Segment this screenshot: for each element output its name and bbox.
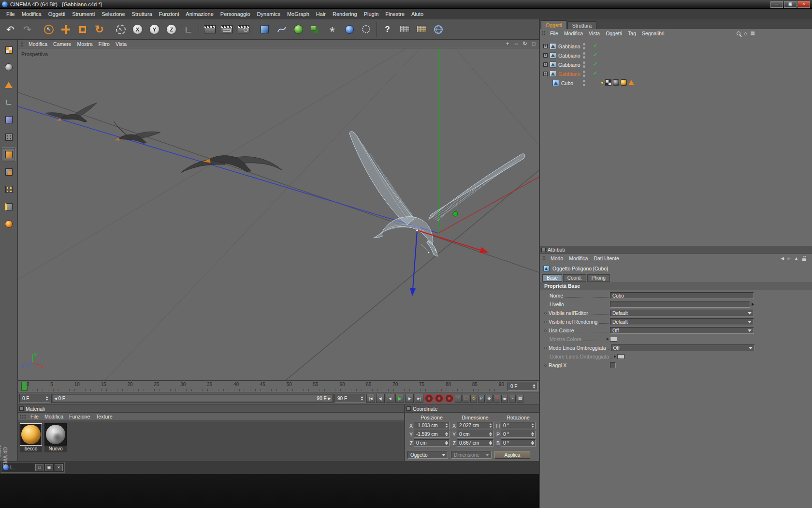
- menu-modifica[interactable]: Modifica: [18, 10, 45, 18]
- object-row-gabbiano-4[interactable]: Gabbiano: [540, 69, 812, 78]
- autokey-button[interactable]: [493, 395, 500, 403]
- rot-b-field[interactable]: 0 °: [501, 439, 536, 447]
- restore-icon[interactable]: [45, 464, 53, 471]
- redo-button[interactable]: [19, 21, 35, 38]
- menu-hair[interactable]: Hair: [313, 10, 329, 18]
- tab-coord[interactable]: Coord.: [563, 274, 586, 282]
- dim-z-field[interactable]: 0.667 cm: [457, 439, 493, 447]
- object-row-cubo[interactable]: Cubo: [540, 78, 812, 88]
- texture-tag-gold-icon[interactable]: [621, 79, 627, 86]
- expand-icon[interactable]: [543, 53, 548, 58]
- om-menu-modifica[interactable]: Modifica: [561, 30, 586, 37]
- materials-menu-texture[interactable]: Texture: [93, 413, 115, 420]
- lock-z-button[interactable]: Z: [163, 21, 179, 38]
- material-name[interactable]: Nuovo: [44, 446, 67, 452]
- enabled-check-icon[interactable]: [593, 43, 597, 48]
- record-rotation-button[interactable]: [445, 394, 454, 403]
- material-item-nuovo[interactable]: Nuovo: [44, 423, 67, 461]
- selection-tag-icon[interactable]: [601, 81, 604, 84]
- materials-header[interactable]: Materiali: [18, 405, 404, 413]
- visibility-dots[interactable]: [583, 52, 585, 59]
- menu-finestre[interactable]: Finestre: [382, 10, 408, 18]
- key-rotation-button[interactable]: [470, 395, 477, 403]
- add-generator-button[interactable]: [290, 21, 306, 38]
- previous-frame-button[interactable]: [386, 394, 394, 403]
- polygons-mode-button[interactable]: [2, 148, 15, 161]
- panel-grip[interactable]: [20, 415, 27, 419]
- filter-icon[interactable]: [751, 31, 755, 36]
- start-frame-field[interactable]: 0 F: [19, 394, 50, 403]
- attributes-header[interactable]: Attributi: [540, 246, 812, 254]
- menu-aiuto[interactable]: Aiuto: [408, 10, 427, 18]
- record-keyframe-button[interactable]: [424, 394, 434, 403]
- render-settings-button[interactable]: [235, 21, 251, 38]
- render-picture-viewer-button[interactable]: [218, 21, 234, 38]
- keyframe-selection-button[interactable]: [501, 395, 508, 403]
- om-menu-tag[interactable]: Tag: [625, 30, 639, 37]
- gull-shaded-2[interactable]: [114, 119, 161, 145]
- visibility-dots[interactable]: [583, 80, 585, 86]
- apply-button[interactable]: Applica: [494, 451, 530, 459]
- minimized-panel-bar[interactable]: I...: [1, 462, 65, 473]
- lock-x-button[interactable]: X: [130, 21, 145, 38]
- enable-axis-button[interactable]: [2, 217, 15, 231]
- material-item-becco[interactable]: becco: [20, 423, 42, 461]
- polygon-face-mode-button[interactable]: [2, 165, 15, 179]
- panel-grip[interactable]: [542, 255, 546, 261]
- add-primitive-button[interactable]: [257, 21, 273, 38]
- panel-grip[interactable]: [542, 30, 546, 36]
- object-name[interactable]: Cubo: [561, 80, 573, 86]
- enabled-check-icon[interactable]: [593, 61, 597, 67]
- content-browser-button[interactable]: [413, 21, 429, 38]
- dimension-mode-dropdown[interactable]: Dimensione: [451, 451, 492, 459]
- render-view-button[interactable]: [202, 21, 218, 38]
- texture-tag-checker-icon[interactable]: [605, 79, 611, 86]
- om-menu-vista[interactable]: Vista: [586, 30, 603, 37]
- xpresso-button[interactable]: [396, 21, 412, 38]
- anim-bullet[interactable]: [544, 347, 547, 349]
- key-parameter-button[interactable]: [478, 395, 485, 403]
- material-thumbnail[interactable]: [20, 423, 42, 446]
- pos-y-field[interactable]: -1.599 cm: [414, 431, 450, 438]
- materials-menu-funzione[interactable]: Funzione: [66, 413, 93, 420]
- menu-personaggio[interactable]: Personaggio: [217, 10, 254, 18]
- undock-icon[interactable]: [35, 464, 44, 471]
- object-name[interactable]: Gabbiano: [558, 44, 580, 49]
- help-button[interactable]: [379, 21, 395, 38]
- fcurve-button[interactable]: [509, 395, 516, 403]
- menu-struttura[interactable]: Struttura: [129, 10, 156, 18]
- materials-menu-file[interactable]: File: [28, 413, 42, 420]
- object-name[interactable]: Gabbiano: [558, 53, 580, 59]
- object-name[interactable]: Gabbiano: [558, 71, 580, 77]
- viewport-canvas[interactable]: Y X Z: [18, 48, 539, 380]
- visibility-dots[interactable]: [583, 61, 585, 68]
- visibility-dots[interactable]: [583, 43, 585, 49]
- key-position-button[interactable]: [455, 395, 462, 403]
- goto-start-button[interactable]: [366, 394, 375, 403]
- next-key-button[interactable]: [405, 394, 414, 403]
- pos-x-field[interactable]: -1.003 cm: [414, 422, 450, 429]
- material-thumbnail[interactable]: [44, 423, 67, 446]
- anim-bullet[interactable]: [544, 321, 547, 323]
- previous-key-button[interactable]: [376, 394, 385, 403]
- key-pla-button[interactable]: [486, 395, 493, 403]
- rotate-button[interactable]: [91, 21, 107, 38]
- attr-menu-modifica[interactable]: Modifica: [566, 254, 591, 262]
- timeline-ruler[interactable]: 051015202530354045505560657075808590 0 F: [18, 380, 539, 392]
- expand-arrow-icon[interactable]: [607, 338, 609, 341]
- maximize-button[interactable]: [784, 1, 797, 8]
- menu-rendering[interactable]: Rendering: [329, 10, 361, 18]
- modo-linea-dropdown[interactable]: Off: [611, 344, 755, 351]
- animation-mode-button[interactable]: [2, 113, 15, 126]
- history-forward-icon[interactable]: [787, 256, 791, 261]
- minimize-button[interactable]: [770, 1, 783, 8]
- motion-mode-button[interactable]: [517, 395, 523, 403]
- menu-animazione[interactable]: Animazione: [182, 10, 217, 18]
- minimized-panel-label[interactable]: I...: [10, 465, 34, 470]
- arrow-up-icon[interactable]: [794, 256, 798, 261]
- expand-icon[interactable]: [543, 62, 548, 67]
- key-scale-button[interactable]: [463, 395, 469, 403]
- object-name[interactable]: Gabbiano: [558, 62, 580, 68]
- menu-selezione[interactable]: Selezione: [98, 10, 128, 18]
- om-menu-segnalibri[interactable]: Segnalibri: [639, 30, 667, 37]
